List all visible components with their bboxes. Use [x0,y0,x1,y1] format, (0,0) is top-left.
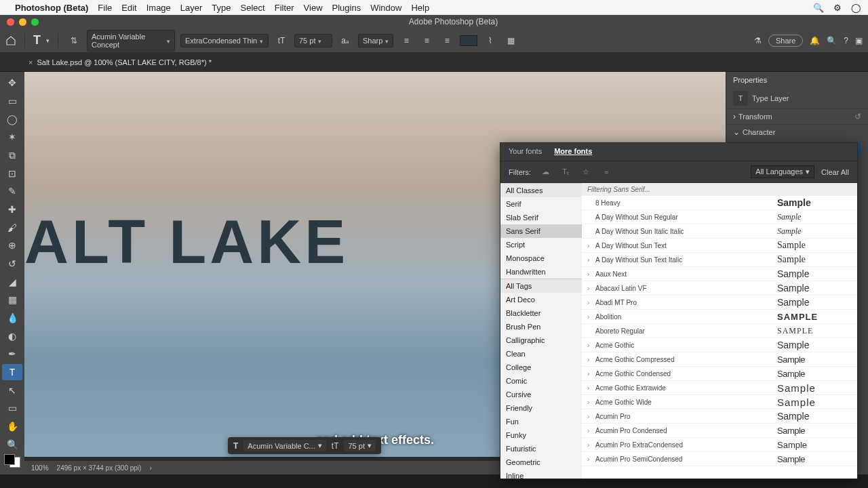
expand-icon[interactable]: › [587,399,595,406]
minimize-window-button[interactable] [19,18,26,26]
expand-icon[interactable]: › [587,313,595,321]
font-row[interactable]: ›Acumin Pro ExtraCondensedSample [582,438,857,452]
font-row[interactable]: ›Acme Gothic CompressedSample [582,352,857,367]
more-fonts-tab[interactable]: More fonts [554,147,592,157]
clock-icon[interactable]: ◯ [851,3,861,13]
font-row[interactable]: ›Acme Gothic CondensedSample [582,367,857,381]
font-row[interactable]: 8 HeavySample [582,196,857,210]
quick-select-tool[interactable]: ✶ [2,129,22,146]
font-size-dropdown[interactable]: 75 pt [294,34,332,47]
font-row[interactable]: ›Acumin Pro CondensedSample [582,424,857,438]
font-family-dropdown[interactable]: Acumin Variable Concept [87,30,175,52]
lasso-tool[interactable]: ◯ [2,110,22,127]
language-dropdown[interactable]: All Languages ▾ [751,165,814,178]
contextual-task-bar[interactable]: T Acumin Variable C... ▾ tT 75 pt ▾ [228,437,381,454]
stamp-tool[interactable]: ⊕ [2,237,22,254]
tag-item[interactable]: Geometric [500,455,582,469]
tag-item[interactable]: College [500,361,582,374]
expand-icon[interactable]: › [587,455,595,463]
expand-icon[interactable]: › [587,384,595,392]
font-row[interactable]: ›A Day Without Sun TextSample [582,239,857,253]
all-classes-header[interactable]: All Classes [500,183,582,197]
transform-section[interactable]: Transform ↺ [726,108,868,124]
healing-tool[interactable]: ✚ [2,201,22,218]
class-script[interactable]: Script [500,238,582,251]
expand-icon[interactable]: › [587,285,595,292]
tag-item[interactable]: Calligraphic [500,333,582,347]
move-tool[interactable]: ✥ [2,75,22,92]
class-sans-serif[interactable]: Sans Serif [500,224,582,238]
clear-all-button[interactable]: Clear All [821,168,849,176]
font-row[interactable]: A Day Without Sun Italic ItalicSample [582,224,857,239]
eyedropper-tool[interactable]: ✎ [2,183,22,200]
menu-window[interactable]: Window [370,3,401,13]
history-brush-tool[interactable]: ↺ [2,256,22,272]
expand-icon[interactable]: › [587,441,595,449]
shape-tool[interactable]: ▭ [2,400,22,417]
doc-info[interactable]: 2496 px × 3744 px (300 ppi) [57,464,142,472]
context-size-dropdown[interactable]: 75 pt ▾ [344,440,375,451]
expand-icon[interactable]: › [587,370,595,378]
filter-cloud-icon[interactable]: ☁ [539,166,551,178]
context-font-dropdown[interactable]: Acumin Variable C... ▾ [243,440,326,451]
text-orientation-button[interactable]: ⇅ [66,33,81,48]
filter-type-icon[interactable]: Tₜ [559,166,572,178]
menu-layer[interactable]: Layer [180,3,203,13]
menu-file[interactable]: File [98,3,112,13]
your-fonts-tab[interactable]: Your fonts [509,147,542,157]
tag-item[interactable]: Clean [500,347,582,361]
expand-icon[interactable]: › [587,427,595,434]
tag-item[interactable]: Friendly [500,401,582,415]
align-center-button[interactable]: ≡ [419,33,434,48]
menu-view[interactable]: View [304,3,323,13]
font-row[interactable]: ›Acme GothicSample [582,338,857,352]
brush-tool[interactable]: 🖌 [2,219,22,236]
font-row[interactable]: ›Acme Gothic WideSample [582,395,857,409]
filter-similar-icon[interactable]: ≈ [600,166,612,178]
type-tool[interactable]: T [2,364,22,381]
home-icon[interactable] [5,35,16,46]
frame-tool[interactable]: ⊡ [2,165,22,182]
info-chevron-icon[interactable]: › [149,464,151,472]
control-center-icon[interactable]: ⚙ [833,3,842,13]
gradient-tool[interactable]: ▦ [2,291,22,308]
tag-item[interactable]: Blackletter [500,306,582,320]
workspace-icon[interactable]: ▣ [855,36,863,45]
font-row[interactable]: ›Abacaxi Latin VFSample [582,281,857,296]
anti-alias-dropdown[interactable]: Sharp [358,34,393,47]
class-monospace[interactable]: Monospace [500,251,582,265]
close-window-button[interactable] [7,18,14,26]
text-color-swatch[interactable] [460,35,477,46]
crop-tool[interactable]: ⧉ [2,147,22,164]
share-button[interactable]: Share [768,35,803,47]
dodge-tool[interactable]: ◐ [2,327,22,344]
chevron-down-icon[interactable]: ▾ [46,37,50,44]
tag-item[interactable]: Brush Pen [500,320,582,333]
color-swatches[interactable] [4,454,20,468]
expand-icon[interactable]: › [587,256,595,264]
zoom-level[interactable]: 100% [31,464,49,472]
all-tags-header[interactable]: All Tags [500,279,582,293]
expand-icon[interactable]: › [587,270,595,278]
maximize-window-button[interactable] [31,18,39,26]
tag-item[interactable]: Funky [500,428,582,442]
expand-icon[interactable]: › [587,299,595,306]
expand-icon[interactable]: › [587,413,595,420]
class-handwritten[interactable]: Handwritten [500,265,582,279]
font-row[interactable]: ›Aaux NextSample [582,267,857,281]
menu-filter[interactable]: Filter [275,3,294,13]
expand-icon[interactable]: › [587,342,595,349]
menu-plugins[interactable]: Plugins [332,3,361,13]
tag-item[interactable]: Art Deco [500,293,582,306]
expand-icon[interactable]: › [587,242,595,249]
font-row[interactable]: ›A Day Without Sun Text ItalicSample [582,253,857,267]
hand-tool[interactable]: ✋ [2,418,22,435]
font-row[interactable]: ›Acumin Pro SemiCondensedSample [582,452,857,466]
menu-select[interactable]: Select [241,3,265,13]
menu-image[interactable]: Image [146,3,171,13]
bell-icon[interactable]: 🔔 [810,36,820,45]
search-icon[interactable]: 🔍 [827,36,837,45]
beaker-icon[interactable]: ⚗ [754,36,762,45]
tag-item[interactable]: Futuristic [500,442,582,455]
font-row[interactable]: ›Acumin ProSample [582,409,857,424]
